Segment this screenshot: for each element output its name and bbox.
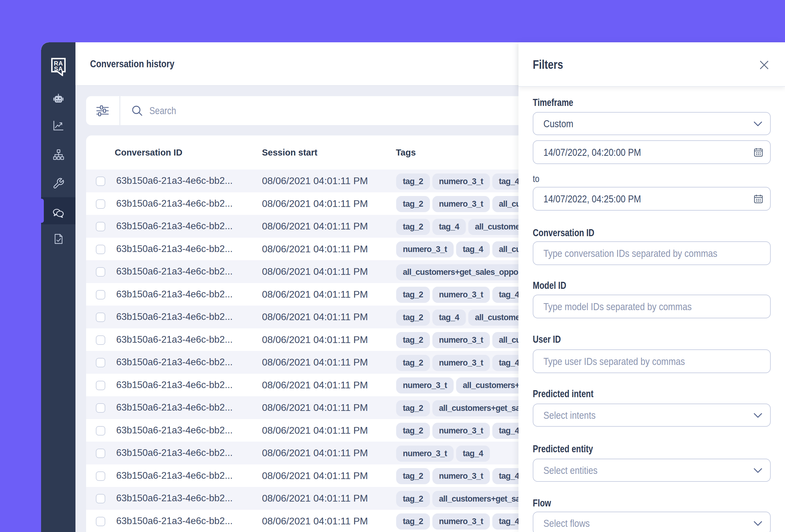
svg-text:SA: SA: [54, 66, 63, 72]
